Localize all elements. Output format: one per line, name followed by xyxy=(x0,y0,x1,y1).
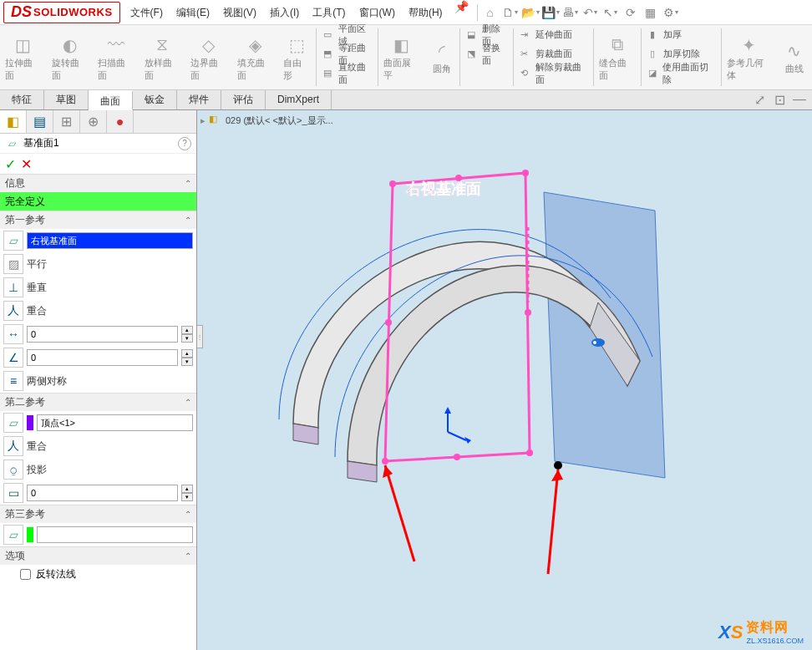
rebuild-icon[interactable]: ⟳ xyxy=(622,3,640,22)
cancel-button[interactable]: ✕ xyxy=(21,156,32,172)
section-info[interactable]: 信息 ⌃ xyxy=(0,174,196,192)
zoom-fit-icon[interactable]: ⤢ xyxy=(752,92,767,107)
tab-sketch[interactable]: 草图 xyxy=(44,90,89,109)
select-icon[interactable]: ↖ xyxy=(601,3,620,22)
panel-divider[interactable]: ⋮ xyxy=(197,325,203,348)
section-options[interactable]: 选项 ⌃ xyxy=(0,546,196,565)
boundary-surface-button[interactable]: ◇边界曲面 xyxy=(185,25,232,89)
ruled-surface-button[interactable]: ▤直纹曲面 xyxy=(317,63,378,83)
feature-manager-panel: ◧ ▤ ⊞ ⊕ ● ▱ 基准面1 ? ✓ ✕ 信息 ⌃ 完全定义 第一参考 ⌃ … xyxy=(0,110,197,650)
section-ref1[interactable]: 第一参考 ⌃ xyxy=(0,211,196,229)
spinner[interactable]: ▴▾ xyxy=(181,349,193,366)
untrim-surface-button[interactable]: ⟲解除剪裁曲面 xyxy=(514,63,593,83)
curves-button[interactable]: ∿曲线 xyxy=(777,25,812,89)
ref1-distance-input[interactable] xyxy=(27,326,178,343)
extend-surface-button[interactable]: ⇥延伸曲面 xyxy=(514,25,593,44)
menu-view[interactable]: 视图(V) xyxy=(216,0,263,25)
menu-file[interactable]: 文件(F) xyxy=(124,0,170,25)
tab-sheetmetal[interactable]: 钣金 xyxy=(133,90,177,109)
tab-dimxpert[interactable]: DimXpert xyxy=(266,90,332,109)
open-icon[interactable]: 📂 xyxy=(521,3,540,22)
extrude-surface-button[interactable]: ◫拉伸曲面 xyxy=(0,25,47,89)
triad-icon[interactable] xyxy=(444,407,471,444)
panel-tabs: ◧ ▤ ⊞ ⊕ ● xyxy=(0,110,196,134)
ref2-projection-row[interactable]: ⍜ 投影 xyxy=(0,458,196,481)
menu-edit[interactable]: 编辑(E) xyxy=(170,0,216,25)
label: 边界曲面 xyxy=(190,57,227,82)
ref1-input[interactable] xyxy=(27,232,193,249)
help-icon[interactable]: ? xyxy=(178,137,191,150)
surface-cut-button[interactable]: ◪使用曲面切除 xyxy=(642,63,721,83)
panel-tab-dimxpert[interactable]: ⊕ xyxy=(80,110,107,133)
spinner[interactable]: ▴▾ xyxy=(181,326,193,343)
section-ref2[interactable]: 第二参考 ⌃ xyxy=(0,393,196,411)
ref-geometry-button[interactable]: ✦参考几何体 xyxy=(722,25,777,89)
quick-toolbar: ⌂ 🗋 📂 💾 🖶 ↶ ↖ ⟳ ▦ ⚙ xyxy=(481,3,680,22)
menu-tools[interactable]: 工具(T) xyxy=(306,0,352,25)
expand-icon[interactable]: ― xyxy=(792,92,807,107)
label: 曲线 xyxy=(785,63,804,75)
fillet-button[interactable]: ◜圆角 xyxy=(424,25,459,89)
home-icon[interactable]: ⌂ xyxy=(481,3,500,22)
knit-surface-button[interactable]: ⧉缝合曲面 xyxy=(594,25,641,89)
panel-tab-feature[interactable]: ◧ xyxy=(0,110,27,133)
fill-surface-button[interactable]: ◈填充曲面 xyxy=(232,25,279,89)
spinner[interactable]: ▴▾ xyxy=(181,485,193,501)
panel-tab-appearance[interactable]: ● xyxy=(107,110,134,133)
viewport-icon[interactable]: ⊡ xyxy=(772,92,787,107)
save-icon[interactable]: 💾 xyxy=(541,3,560,22)
tree-icon: ⊞ xyxy=(61,114,72,129)
color-swatch xyxy=(27,527,33,542)
ref3-input[interactable] xyxy=(37,526,193,543)
new-icon[interactable]: 🗋 xyxy=(501,3,520,22)
chevron-up-icon: ⌃ xyxy=(185,510,191,519)
boundary-icon: ◇ xyxy=(197,33,221,57)
face-icon[interactable]: ▱ xyxy=(3,525,23,545)
sweep-surface-button[interactable]: 〰扫描曲面 xyxy=(93,25,140,89)
chevron-up-icon: ⌃ xyxy=(185,551,191,561)
ref1-parallel-row[interactable]: ▨ 平行 xyxy=(0,252,196,276)
undo-icon[interactable]: ↶ xyxy=(581,3,600,22)
ref1-perpendicular-row[interactable]: ⊥ 垂直 xyxy=(0,276,196,299)
flip-normal-row: 反转法线 xyxy=(0,565,196,583)
revolve-surface-button[interactable]: ◐旋转曲面 xyxy=(47,25,94,89)
tab-features[interactable]: 特征 xyxy=(0,90,44,109)
main-area: ◧ ▤ ⊞ ⊕ ● ▱ 基准面1 ? ✓ ✕ 信息 ⌃ 完全定义 第一参考 ⌃ … xyxy=(0,110,812,650)
flatten-surface-button[interactable]: ◧曲面展平 xyxy=(378,25,424,89)
settings-icon[interactable]: ⚙ xyxy=(662,3,680,22)
tab-evaluate[interactable]: 评估 xyxy=(221,90,266,109)
menu-help[interactable]: 帮助(H) xyxy=(402,0,449,25)
3d-viewport[interactable]: ▸ ◧ 029 (默认< <默认>_显示... xyxy=(197,110,812,650)
panel-tab-property[interactable]: ▤ xyxy=(27,110,53,133)
pin-icon[interactable]: 📌 xyxy=(449,0,474,25)
angle-icon: ∠ xyxy=(3,348,23,368)
ref2-distance-input[interactable] xyxy=(27,485,178,501)
menu-window[interactable]: 窗口(W) xyxy=(353,0,402,25)
print-icon[interactable]: 🖶 xyxy=(561,3,580,22)
replace-face-button[interactable]: ⬔替换面 xyxy=(460,44,512,63)
confirm-row: ✓ ✕ xyxy=(0,154,196,174)
svg-point-15 xyxy=(593,341,596,344)
ref1-bothsides-row[interactable]: ≡ 两侧对称 xyxy=(0,369,196,393)
menu-insert[interactable]: 插入(I) xyxy=(263,0,306,25)
ref1-coincident-row[interactable]: 人 重合 xyxy=(0,299,196,322)
section-ref3[interactable]: 第三参考 ⌃ xyxy=(0,505,196,523)
chevron-up-icon: ⌃ xyxy=(185,398,191,407)
freeform-button[interactable]: ⬚自由形 xyxy=(278,25,316,89)
tab-surfaces[interactable]: 曲面 xyxy=(89,90,133,110)
ref2-input[interactable] xyxy=(37,414,193,431)
options-icon[interactable]: ▦ xyxy=(642,3,660,22)
thicken-button[interactable]: ▮加厚 xyxy=(642,25,721,44)
face-icon[interactable]: ▱ xyxy=(3,413,23,433)
flip-normal-checkbox[interactable] xyxy=(20,569,31,580)
ref1-angle-input[interactable] xyxy=(27,349,178,366)
ref2-coincident-row[interactable]: 人 重合 xyxy=(0,434,196,458)
label: 拉伸曲面 xyxy=(5,57,42,82)
vertex-point xyxy=(554,461,562,470)
tab-weldments[interactable]: 焊件 xyxy=(177,90,221,109)
ok-button[interactable]: ✓ xyxy=(5,156,16,172)
face-icon[interactable]: ▱ xyxy=(3,231,23,251)
svg-line-22 xyxy=(548,470,558,574)
panel-tab-config[interactable]: ⊞ xyxy=(53,110,80,133)
loft-surface-button[interactable]: ⧖放样曲面 xyxy=(140,25,186,89)
